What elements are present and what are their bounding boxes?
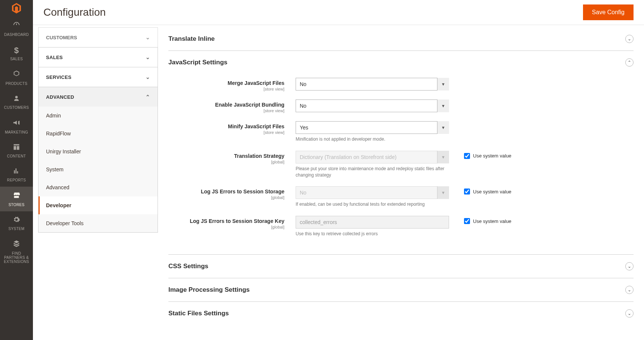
field-label: Merge JavaScript Files [168,80,284,86]
admin-nav: DASHBOARD$SALESPRODUCTSCUSTOMERSMARKETIN… [0,0,33,340]
fieldset-header[interactable]: Translate Inline⌄ [168,27,634,50]
nav-item-marketing[interactable]: MARKETING [0,114,33,139]
nav-label: MARKETING [5,130,28,134]
nav-item-products[interactable]: PRODUCTS [0,65,33,90]
page-header: Configuration Save Config [33,0,644,25]
use-system-checkbox[interactable] [464,218,470,224]
nav-item-reports[interactable]: REPORTS [0,163,33,187]
text-input-log-js-errors-to-session-storage-key [296,216,449,229]
field-scope: [global] [168,160,284,164]
field-extra-col: Use system value [449,151,634,159]
field-input-col: No▼ [296,78,449,91]
tab-section-header[interactable]: SALES⌄ [39,48,158,67]
tab-item-advanced[interactable]: Advanced [39,178,158,196]
tab-item-rapidflow[interactable]: RapidFlow [39,125,158,143]
tab-section: SERVICES⌄ [38,67,158,87]
select-wrap: No▼ [296,186,449,199]
use-system-checkbox[interactable] [464,153,470,159]
nav-item-content[interactable]: CONTENT [0,139,33,163]
field-row: Minify JavaScript Files[store view]Yes▼M… [168,121,634,143]
use-system-checkbox[interactable] [464,189,470,194]
field-scope: [store view] [168,108,284,113]
chevron-down-icon: ⌄ [146,74,150,80]
fieldset: Translate Inline⌄ [168,27,634,50]
system-icon [13,216,20,225]
use-system-label: Use system value [473,189,512,194]
fieldset-header[interactable]: CSS Settings⌄ [168,255,634,278]
field-input-col: Yes▼Minification is not applied in devel… [296,121,449,143]
tab-item-developer-tools[interactable]: Developer Tools [39,214,158,232]
tab-section-label: SERVICES [46,74,71,80]
marketing-icon [12,119,21,129]
nav-label: STORES [9,203,25,207]
form-area: Translate Inline⌄JavaScript Settings⌃Mer… [158,27,644,340]
field-input-col: No▼ [296,99,449,112]
fieldset: Image Processing Settings⌄ [168,278,634,301]
content: CUSTOMERS ⌄ SALES⌄SERVICES⌄ADVANCED⌃Admi… [33,25,644,340]
field-extra-col [449,78,634,80]
select-enable-javascript-bundling[interactable]: No [296,99,449,112]
fieldset-title: JavaScript Settings [168,59,228,66]
collapse-toggle-icon: ⌄ [625,262,634,270]
save-config-button[interactable]: Save Config [583,4,634,20]
tab-item-developer[interactable]: Developer [39,196,158,214]
use-system-label: Use system value [473,218,512,224]
nav-item-partners[interactable]: FIND PARTNERS & EXTENSIONS [0,235,33,268]
products-icon [12,70,21,80]
fieldset: CSS Settings⌄ [168,254,634,278]
field-label: Log JS Errors to Session Storage [168,189,284,194]
fieldset: JavaScript Settings⌃Merge JavaScript Fil… [168,50,634,254]
fieldset-header[interactable]: Static Files Settings⌄ [168,302,634,325]
field-extra-col: Use system value [449,186,634,194]
use-system-label: Use system value [473,153,512,159]
field-label-col: Minify JavaScript Files[store view] [168,121,296,135]
field-label-col: Enable JavaScript Bundling[store view] [168,99,296,113]
field-extra-col [449,99,634,102]
nav-item-dashboard[interactable]: DASHBOARD [0,16,33,41]
dashboard-icon [12,21,21,31]
nav-item-system[interactable]: SYSTEM [0,211,33,235]
field-row: Log JS Errors to Session Storage Key[glo… [168,216,634,237]
fieldset-title: CSS Settings [168,263,208,270]
chevron-down-icon: ⌄ [146,54,150,60]
magento-logo[interactable] [0,0,33,16]
select-log-js-errors-to-session-storage: No [296,186,449,199]
tab-section: SALES⌄ [38,47,158,67]
field-note: Please put your store into maintenance m… [296,166,449,178]
nav-label: PRODUCTS [6,82,28,86]
field-row: Translation Strategy[global]Dictionary (… [168,151,634,178]
field-label: Minify JavaScript Files [168,123,284,129]
use-system-checkbox-wrap: Use system value [464,218,634,224]
field-label-col: Log JS Errors to Session Storage Key[glo… [168,216,296,229]
tab-section-customers[interactable]: CUSTOMERS ⌄ [38,27,158,47]
fieldset-header[interactable]: Image Processing Settings⌄ [168,278,634,301]
tab-item-system[interactable]: System [39,160,158,178]
tab-section-header[interactable]: SERVICES⌄ [39,67,158,87]
select-minify-javascript-files[interactable]: Yes [296,121,449,134]
field-note: Use this key to retrieve collected js er… [296,231,449,237]
nav-label: CUSTOMERS [4,105,29,110]
tab-section-header[interactable]: ADVANCED⌃ [39,87,158,107]
tab-item-admin[interactable]: Admin [39,107,158,125]
nav-item-sales[interactable]: $SALES [0,41,33,65]
field-extra-col [449,121,634,123]
select-merge-javascript-files[interactable]: No [296,78,449,91]
fieldset-header[interactable]: JavaScript Settings⌃ [168,51,634,74]
tab-item-unirgy-installer[interactable]: Unirgy Installer [39,143,158,160]
collapse-toggle-icon: ⌄ [625,309,634,318]
field-scope: [store view] [168,130,284,135]
nav-item-stores[interactable]: STORES [0,187,33,211]
sales-icon: $ [14,46,19,55]
select-wrap: No▼ [296,99,449,112]
tab-section: ADVANCED⌃AdminRapidFlowUnirgy InstallerS… [38,87,158,233]
fieldset-title: Translate Inline [168,35,215,43]
nav-item-customers[interactable]: CUSTOMERS [0,90,33,114]
field-row: Log JS Errors to Session Storage[global]… [168,186,634,208]
reports-icon [13,167,20,177]
config-tabs: CUSTOMERS ⌄ SALES⌄SERVICES⌄ADVANCED⌃Admi… [38,27,158,340]
collapse-toggle-icon: ⌃ [625,58,634,67]
use-system-checkbox-wrap: Use system value [464,189,634,194]
magento-logo-icon [10,2,22,14]
field-scope: [global] [168,195,284,200]
field-note: Minification is not applied in developer… [296,136,449,143]
